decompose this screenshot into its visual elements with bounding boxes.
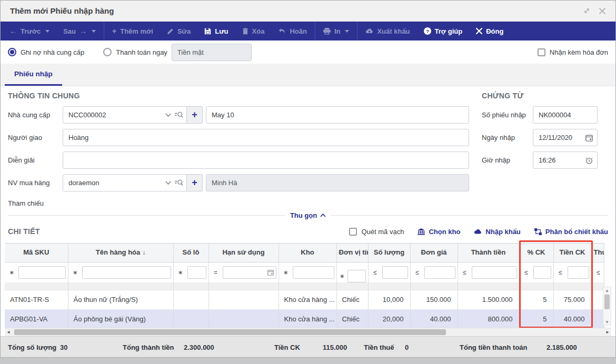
search-icon[interactable] <box>175 179 183 187</box>
receipt-no-label: Số phiếu nhập <box>482 111 533 119</box>
scroll-right-icon[interactable]: ► <box>604 328 611 336</box>
tax-total-value: 0 <box>405 343 409 351</box>
filter-op-button[interactable]: ≤ <box>594 266 603 279</box>
total-amount-value: 2.300.000 <box>184 343 214 351</box>
help-button[interactable]: ? Trợ giúp <box>417 22 470 41</box>
add-buyer-button[interactable]: + <box>187 174 203 191</box>
col-header-amount[interactable]: Thành tiền <box>458 244 519 262</box>
col-header-unit[interactable]: Đơn vị tính <box>336 244 368 262</box>
horizontal-scrollbar[interactable]: ◄ ► <box>5 328 611 336</box>
supplier-label: Nhà cung cấp <box>8 111 63 119</box>
import-button[interactable]: Nhập khẩu <box>474 228 520 236</box>
col-header-tax[interactable]: Thuế <box>591 244 604 262</box>
detail-grid: Mã SKU Tên hàng hóa↓ Số lô Hạn sử dụng K… <box>5 243 611 327</box>
filter-input[interactable] <box>533 266 551 279</box>
description-input[interactable] <box>63 151 469 169</box>
resize-icon[interactable] <box>581 5 592 17</box>
barcode-scan-checkbox[interactable]: Quét mã vạch <box>349 228 404 236</box>
filter-op-button[interactable]: ∗ <box>7 266 16 279</box>
filter-input[interactable] <box>568 266 589 279</box>
filter-op-button[interactable]: ≤ <box>371 266 380 279</box>
cell-amount: 800.000 <box>458 309 519 329</box>
supplier-name-input[interactable]: May 10 <box>206 106 469 124</box>
time-input[interactable]: 16:26 <box>533 151 598 169</box>
tab-receipt[interactable]: Phiếu nhập <box>5 64 62 86</box>
grid-filter-row: ∗ ∗ ∗ = ∗ ∗ ≤ ≤ ≤ ≤ ≤ ≤ <box>5 262 604 283</box>
col-header-product-name[interactable]: Tên hàng hóa↓ <box>68 244 173 262</box>
collapse-row: Thu gọn <box>1 210 615 220</box>
date-label: Ngày nhập <box>482 134 533 141</box>
filter-input[interactable] <box>18 266 66 279</box>
save-button[interactable]: Lưu <box>197 22 235 41</box>
buyer-name-input: Minh Hà <box>206 174 469 191</box>
filter-op-button[interactable]: ∗ <box>176 266 185 279</box>
filter-op-button[interactable]: ∗ <box>71 266 80 279</box>
col-header-lot[interactable]: Số lô <box>173 244 208 262</box>
form-area: THÔNG TIN CHUNG Nhà cung cấp NCC000002 +… <box>1 86 615 210</box>
col-header-warehouse[interactable]: Kho <box>279 244 336 262</box>
deliverer-input[interactable]: Hoàng <box>63 129 469 146</box>
close-button[interactable]: Đóng <box>469 22 510 41</box>
close-icon[interactable] <box>597 5 608 17</box>
reference-label: Tham chiếu <box>8 199 63 207</box>
total-quantity-value: 30 <box>60 343 67 351</box>
supplier-combo[interactable]: NCC000002 <box>63 106 187 124</box>
arrow-left-icon: ← <box>9 27 17 35</box>
date-input[interactable]: 12/11/2020 <box>533 129 598 146</box>
cell-amount: 1.500.000 <box>458 290 519 309</box>
filter-op-button[interactable]: ∗ <box>281 266 291 279</box>
clock-icon[interactable] <box>585 157 593 164</box>
filter-op-button[interactable]: ∗ <box>339 270 345 282</box>
filter-input[interactable] <box>382 266 408 279</box>
filter-op-button[interactable]: ≤ <box>413 266 422 279</box>
chevron-down-icon[interactable] <box>165 181 171 185</box>
filter-op-button[interactable]: ≤ <box>522 266 531 279</box>
filter-op-button[interactable]: = <box>211 266 221 279</box>
scroll-thumb[interactable] <box>14 329 446 335</box>
scroll-thumb[interactable] <box>604 295 610 309</box>
search-icon[interactable] <box>175 112 183 119</box>
filter-op-button[interactable]: ≤ <box>460 266 470 279</box>
filter-input[interactable] <box>347 270 366 282</box>
filter-input[interactable] <box>82 266 171 279</box>
debt-radio[interactable]: Ghi nợ nhà cung cấp <box>8 48 103 56</box>
checkbox-icon <box>538 48 545 56</box>
calendar-icon[interactable] <box>267 269 274 276</box>
col-header-sku[interactable]: Mã SKU <box>5 244 68 262</box>
col-header-unit-price[interactable]: Đơn giá <box>410 244 458 262</box>
chevron-up-icon <box>320 214 326 217</box>
vertical-scrollbar[interactable]: ▲ ▼ <box>603 287 611 326</box>
col-header-expiry[interactable]: Hạn sử dụng <box>208 244 279 262</box>
total-quantity-label: Tổng số lượng <box>8 343 56 351</box>
filter-input[interactable] <box>293 266 334 279</box>
filter-input[interactable] <box>187 266 206 279</box>
export-button: Xuất khẩu <box>359 22 416 41</box>
add-supplier-button[interactable]: + <box>187 106 203 124</box>
choose-warehouse-button[interactable]: Chọn kho <box>418 228 460 236</box>
table-row[interactable]: ATN01-TR-S Áo thun nữ (Trắng/S) Kho cửa … <box>5 290 604 309</box>
scroll-left-icon[interactable]: ◄ <box>5 328 12 336</box>
cell-name: Áo phông bé gái (Vàng) <box>68 309 173 329</box>
col-header-discount-pct[interactable]: % CK <box>519 244 553 262</box>
col-header-discount-amount[interactable]: Tiền CK <box>553 244 591 262</box>
scroll-up-icon[interactable]: ▲ <box>605 287 609 294</box>
allocate-discount-button[interactable]: Phân bổ chiết khấu <box>534 228 608 236</box>
instant-pay-radio[interactable]: Thanh toán ngay <box>103 48 167 56</box>
collapse-button[interactable]: Thu gọn <box>290 211 326 219</box>
invoice-checkbox[interactable]: Nhận kèm hóa đơn <box>538 48 608 56</box>
table-row-selected[interactable]: APBG01-VA Áo phông bé gái (Vàng) Kho cửa… <box>5 309 604 329</box>
chevron-down-icon[interactable] <box>165 113 171 117</box>
buyer-combo[interactable]: doraemon <box>63 174 187 191</box>
filter-date-input[interactable] <box>223 266 276 279</box>
radio-selected-icon <box>8 48 16 56</box>
receipt-no-input[interactable]: NK000004 <box>533 106 598 124</box>
filter-op-button[interactable]: ≤ <box>556 266 565 279</box>
cell-discount-amount: 40.000 <box>553 309 591 329</box>
edit-button: Sửa <box>160 22 197 41</box>
filter-input[interactable] <box>472 266 517 279</box>
allocate-icon <box>534 228 542 235</box>
scroll-down-icon[interactable]: ▼ <box>605 319 609 325</box>
filter-input[interactable] <box>424 266 455 279</box>
col-header-quantity[interactable]: Số lượng <box>368 244 410 262</box>
calendar-icon[interactable] <box>585 134 593 141</box>
